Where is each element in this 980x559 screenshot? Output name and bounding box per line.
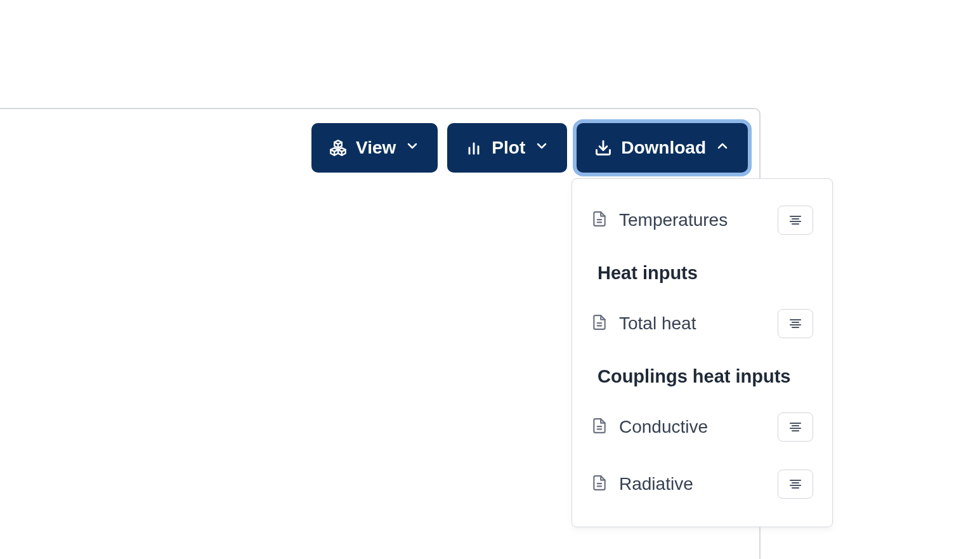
align-center-button[interactable] xyxy=(778,309,813,338)
toolbar: View Plot xyxy=(311,123,748,173)
menu-item-radiative[interactable]: Radiative xyxy=(572,456,832,513)
menu-item-label: Conductive xyxy=(619,417,708,437)
file-icon xyxy=(591,418,608,437)
menu-item-conductive[interactable]: Conductive xyxy=(572,398,832,456)
download-label: Download xyxy=(621,138,706,158)
file-icon xyxy=(591,475,608,494)
section-header-heat-inputs: Heat inputs xyxy=(572,249,832,295)
menu-item-label: Temperatures xyxy=(619,210,728,230)
file-icon xyxy=(591,314,608,333)
chevron-up-icon xyxy=(715,138,730,158)
align-center-button[interactable] xyxy=(778,470,813,499)
view-button[interactable]: View xyxy=(311,123,438,173)
view-label: View xyxy=(356,138,396,158)
menu-item-temperatures[interactable]: Temperatures xyxy=(572,192,832,249)
align-center-button[interactable] xyxy=(778,206,813,235)
align-center-button[interactable] xyxy=(778,412,813,442)
download-icon xyxy=(594,139,612,157)
boxes-icon xyxy=(329,139,347,157)
menu-item-total-heat[interactable]: Total heat xyxy=(572,295,832,352)
download-button[interactable]: Download xyxy=(577,123,748,173)
chevron-down-icon xyxy=(405,138,420,158)
plot-label: Plot xyxy=(492,138,525,158)
menu-item-label: Total heat xyxy=(619,313,696,334)
section-header-couplings: Couplings heat inputs xyxy=(572,352,832,398)
menu-item-label: Radiative xyxy=(619,474,693,494)
file-icon xyxy=(591,211,608,230)
bar-chart-icon xyxy=(465,139,483,157)
chevron-down-icon xyxy=(534,138,549,158)
download-dropdown: Temperatures Heat inputs Total heat xyxy=(572,178,833,527)
plot-button[interactable]: Plot xyxy=(447,123,567,173)
